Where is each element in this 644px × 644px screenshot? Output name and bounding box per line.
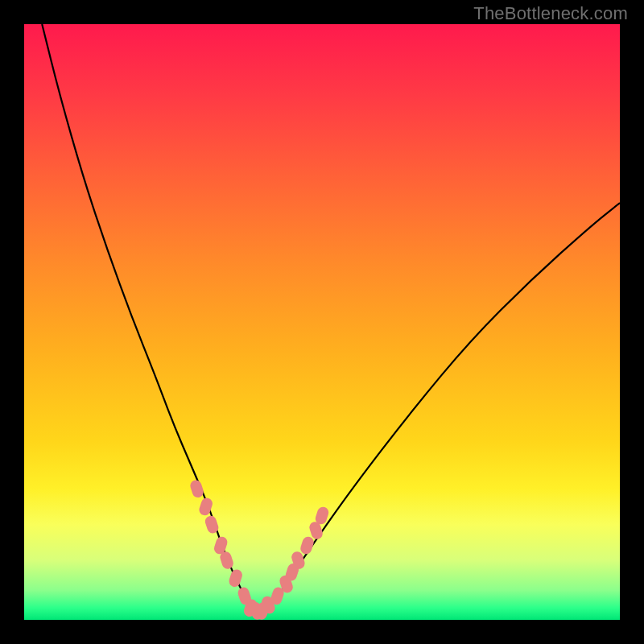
marker-group: [189, 479, 331, 620]
marker-dot: [299, 535, 315, 555]
curve-group: [42, 24, 620, 614]
marker-dot: [189, 479, 205, 499]
chart-frame: TheBottleneck.com: [0, 0, 644, 644]
bottleneck-curve: [42, 24, 620, 614]
marker-dot: [228, 568, 244, 588]
watermark-text: TheBottleneck.com: [473, 3, 628, 24]
plot-area: [24, 24, 620, 620]
chart-svg: [24, 24, 620, 620]
